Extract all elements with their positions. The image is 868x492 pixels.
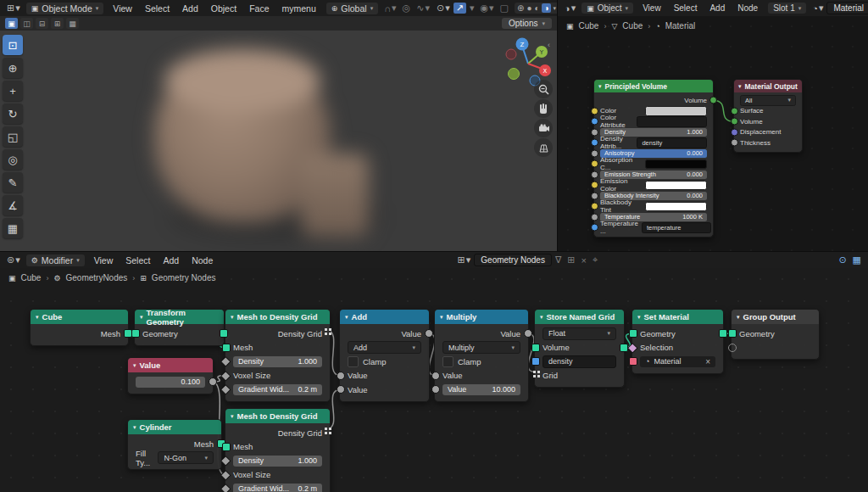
collapse-arrow-icon[interactable]: ▾ [133,362,136,369]
socket[interactable] [629,357,637,366]
node-cylinder[interactable]: ▾CylinderMeshFill Ty...N-Gon▾ [127,419,222,470]
menu-view[interactable]: View [637,3,667,13]
editor-type-selector[interactable]: ⊞▾ [4,3,23,14]
node-header[interactable]: ▾Multiply [435,310,528,324]
text-field[interactable]: temperature [642,222,712,233]
collapse-arrow-icon[interactable]: ▾ [737,314,740,321]
operation-dropdown[interactable]: Multiply▾ [442,341,520,354]
socket[interactable] [220,484,231,492]
snap-toggle[interactable]: ↗ [453,3,466,14]
socket[interactable] [431,385,440,394]
socket-sm.in[interactable] [629,329,637,338]
node-store[interactable]: ▾Store Named GridFloat▾VolumedensityGrid [534,309,625,388]
tool-measure[interactable]: ∡ [3,195,23,215]
socket[interactable] [627,343,637,353]
socket-mul.out[interactable] [524,329,532,338]
node-groupout[interactable]: ▾Group OutputGeometry [731,309,820,360]
slider-gradient-wid-[interactable]: Gradient Wid...0.2 m [233,484,322,492]
socket[interactable] [591,171,598,178]
clamp-checkbox[interactable] [442,356,453,367]
node-setmat[interactable]: ▾Set MaterialGeometrySelection◔Material× [632,309,724,374]
menu-mymenu[interactable]: mymenu [275,3,321,14]
socket[interactable] [591,213,598,221]
node-mout[interactable]: ▾Material OutputAll▾SurfaceVolumeDisplac… [733,79,803,153]
node-header[interactable]: ▾Mesh to Density Grid [225,409,330,423]
socket[interactable] [731,107,738,115]
text-field[interactable]: density [542,355,616,368]
socket[interactable] [591,128,598,136]
tool-scale[interactable]: ◱ [3,126,23,147]
menu-add[interactable]: Add [176,3,204,14]
overlays-toggle[interactable]: ▢ [498,3,511,14]
tool-add-cube[interactable]: ▦ [3,218,23,238]
socket[interactable] [591,118,598,126]
node-group-name-field[interactable]: Geometry Nodes [474,254,552,266]
socket[interactable] [531,357,540,366]
select-mode-new[interactable]: ▣ [5,18,18,29]
socket[interactable] [591,139,598,147]
collapse-arrow-icon[interactable]: ▾ [598,83,602,90]
sidebar-toggle-arrow[interactable]: ‹ [548,41,550,49]
socket[interactable] [591,203,598,210]
menu-add[interactable]: Add [704,3,731,13]
fake-user-shield-icon[interactable]: ∇ [553,254,564,266]
browse-node-group-icon[interactable]: ⊞▾ [455,254,474,266]
socket-tg.in[interactable] [131,329,140,338]
node-header[interactable]: ▾Group Output [732,310,819,324]
clear-material-icon[interactable]: × [705,357,710,366]
clamp-checkbox[interactable] [348,356,359,367]
socket-m2.grid[interactable] [325,428,327,430]
socket[interactable] [220,356,231,366]
color-swatch[interactable] [645,202,707,212]
node-header[interactable]: ▾Transform Geometry [135,310,224,324]
fill-type-dropdown[interactable]: N-Gon▾ [158,451,214,464]
collapse-arrow-icon[interactable]: ▾ [637,314,641,321]
select-mode-merge[interactable]: ⊞ [51,18,64,29]
falloff-dropdown-icon[interactable]: ∿▾ [414,3,432,14]
socket-val.out[interactable] [209,377,217,386]
menu-node[interactable]: Node [186,255,219,266]
node-header[interactable]: ▾Store Named Grid [535,310,624,324]
text-field[interactable] [637,116,707,127]
slider-density[interactable]: Density1.000 [233,456,322,467]
color-swatch[interactable] [645,181,707,191]
node-transform[interactable]: ▾Transform GeometryGeometry [134,309,225,346]
perspective-grid-icon[interactable] [534,138,553,157]
menu-select[interactable]: Select [139,3,175,14]
shading-solid-icon[interactable]: ● [526,3,531,13]
collapse-arrow-icon[interactable]: ▾ [440,314,443,321]
collapse-arrow-icon[interactable]: ▾ [133,424,136,431]
menu-add[interactable]: Add [157,255,185,266]
options-dropdown[interactable]: Options▾ [502,18,552,29]
editor-type-selector[interactable]: ◑▾ [562,3,578,14]
node-m2dg1[interactable]: ▾Mesh to Density GridDensity GridMeshDen… [225,309,331,402]
menu-view[interactable]: View [88,255,120,266]
node-header[interactable]: ▾Principled Volume [594,80,713,92]
tool-move[interactable]: + [3,81,23,101]
browse-material-icon[interactable]: ◔▾ [810,3,826,14]
node-tree-type-dropdown[interactable]: ⚙Modifier▾ [26,254,85,266]
color-swatch[interactable] [645,106,707,116]
node-cube[interactable]: ▾CubeMesh [30,309,129,346]
pivot-point-dropdown[interactable]: ⊙▾ [434,3,453,14]
socket[interactable] [728,344,737,352]
copy-node-group-icon[interactable]: ⊞ [565,254,577,266]
overlays-icon[interactable]: ▦ [850,254,864,266]
socket[interactable] [591,182,598,189]
snap-magnet-icon[interactable]: ∩▾ [381,3,398,14]
node-value[interactable]: ▾Value0.100 [127,357,214,394]
tool-transform[interactable]: ◎ [3,149,23,170]
socket[interactable] [591,160,598,168]
socket[interactable] [591,107,598,115]
socket-st.grid[interactable] [533,371,536,373]
socket[interactable] [220,384,231,394]
shader-type-dropdown[interactable]: ▣Object▾ [581,3,633,14]
tool-select-box[interactable]: ⊡ [3,35,23,55]
zoom-icon[interactable] [534,80,553,98]
material-selector[interactable]: ◔Material× [640,356,715,367]
socket-add.v1[interactable] [337,372,345,380]
node-header[interactable]: ▾Mesh to Density Grid [225,310,330,324]
shading-rendered-icon[interactable]: ◑ [542,3,550,13]
shader-canvas[interactable]: ▣Cube›▽Cube›◔Material ▾Principled Volume… [558,16,868,251]
node-pv[interactable]: ▾Principled VolumeVolumeColorColor Attri… [593,79,714,238]
